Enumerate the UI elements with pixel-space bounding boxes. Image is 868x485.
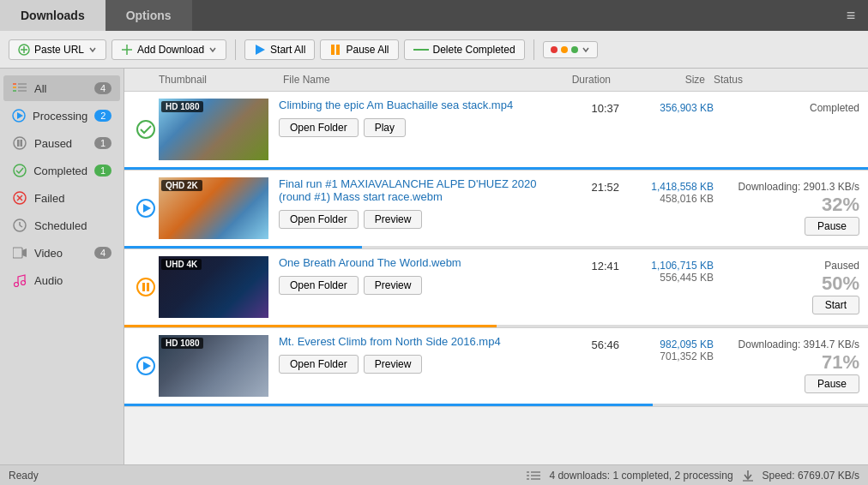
item-actions-4: Open Folder Preview <box>279 355 542 374</box>
add-icon <box>121 44 133 56</box>
add-download-button[interactable]: Add Download <box>112 39 226 60</box>
list-icon <box>12 81 27 96</box>
header-size: Size <box>611 74 705 86</box>
sidebar-item-paused[interactable]: Paused 1 <box>3 130 120 156</box>
sidebar-scheduled-label: Scheduled <box>34 219 112 232</box>
sidebar-failed-label: Failed <box>34 192 112 205</box>
svg-point-34 <box>137 278 154 296</box>
tab-options[interactable]: Options <box>105 0 192 31</box>
sidebar-paused-label: Paused <box>34 137 87 150</box>
svg-rect-36 <box>147 283 149 291</box>
status-downloads-info: 4 downloads: 1 completed, 2 processing <box>549 470 732 482</box>
preview-btn-2[interactable]: Preview <box>364 210 423 229</box>
item-content-1: Climbing the epic Am Buachaille sea stac… <box>270 99 551 160</box>
music-icon <box>12 272 27 288</box>
item-status-text-3: Paused <box>824 260 859 272</box>
download-item-2: QHD 2K Final run #1 MAXIAVALANCHE ALPE D… <box>124 171 868 249</box>
sidebar-item-processing[interactable]: Processing 2 <box>3 103 120 129</box>
paste-url-label: Paste URL <box>34 44 84 56</box>
item-status-text-4: Downloading: 3914.7 KB/s <box>738 338 859 350</box>
progress-bar-1 <box>124 167 868 170</box>
item-progress-percent-3: 50% <box>822 272 859 295</box>
clock-icon <box>12 218 27 233</box>
pause-icon <box>329 44 341 56</box>
downloads-area: Thumbnail File Name Duration Size Status… <box>124 69 868 464</box>
quality-badge-4: HD 1080 <box>161 338 203 349</box>
tab-downloads[interactable]: Downloads <box>0 0 105 31</box>
open-folder-btn-1[interactable]: Open Folder <box>279 118 359 137</box>
item-filename-4[interactable]: Mt. Everest Climb from North Side 2016.m… <box>279 335 542 348</box>
svg-marker-5 <box>256 45 265 55</box>
item-status-area-3: Paused 50% Start <box>714 256 859 318</box>
separator-1 <box>235 39 236 60</box>
pause-all-label: Pause All <box>346 44 389 56</box>
svg-point-29 <box>15 283 19 287</box>
item-status-icon-3 <box>133 256 159 318</box>
more-options-button[interactable] <box>543 41 598 58</box>
svg-point-31 <box>137 121 154 138</box>
sidebar-item-failed[interactable]: Failed <box>3 185 120 211</box>
delete-completed-button[interactable]: Delete Completed <box>404 39 525 60</box>
sidebar-processing-label: Processing <box>33 110 87 123</box>
list-icon-status <box>527 470 540 481</box>
svg-marker-33 <box>143 204 151 213</box>
item-thumbnail-3: UHD 4K <box>159 256 270 318</box>
svg-rect-18 <box>17 140 20 147</box>
chevron-down-icon3 <box>582 45 590 54</box>
svg-line-26 <box>20 225 22 227</box>
pause-all-button[interactable]: Pause All <box>320 39 398 60</box>
svg-rect-27 <box>13 248 22 258</box>
separator-2 <box>533 39 534 60</box>
sidebar-audio-label: Audio <box>34 274 112 287</box>
header-status: Status <box>705 74 859 86</box>
download-item-4: HD 1080 Mt. Everest Climb from North Sid… <box>124 328 868 407</box>
item-size-total-1: 356,903 KB <box>619 102 714 114</box>
svg-rect-7 <box>336 45 340 55</box>
open-folder-btn-4[interactable]: Open Folder <box>279 355 359 374</box>
toolbar: Paste URL Add Download Start All Pause A… <box>0 31 868 69</box>
sidebar-all-badge: 4 <box>94 82 112 94</box>
progress-bar-container-3 <box>124 325 868 327</box>
sidebar-item-video[interactable]: Video 4 <box>3 240 120 266</box>
dot-red <box>551 46 558 53</box>
open-folder-btn-2[interactable]: Open Folder <box>279 210 359 229</box>
check-circle-icon <box>12 163 27 178</box>
header-duration: Duration <box>542 74 611 86</box>
item-filename-2[interactable]: Final run #1 MAXIAVALANCHE ALPE D'HUEZ 2… <box>279 177 542 203</box>
chevron-down-icon2 <box>208 45 217 54</box>
pause-btn-2[interactable]: Pause <box>805 217 859 236</box>
svg-point-17 <box>14 137 26 149</box>
sidebar: All 4 Processing 2 Paused 1 Completed 1 <box>0 69 124 464</box>
progress-bar-container-2 <box>124 246 868 248</box>
sidebar-item-completed[interactable]: Completed 1 <box>3 158 120 183</box>
item-duration-4: 56:46 <box>551 335 619 397</box>
title-bar: Downloads Options ≡ <box>0 0 868 31</box>
item-content-4: Mt. Everest Climb from North Side 2016.m… <box>270 335 551 397</box>
add-download-label: Add Download <box>137 44 204 56</box>
item-status-icon-4 <box>133 335 159 397</box>
status-speed: Speed: 6769.07 KB/s <box>763 470 859 482</box>
open-folder-btn-3[interactable]: Open Folder <box>279 276 359 295</box>
item-status-icon-2 <box>133 177 159 239</box>
sidebar-paused-badge: 1 <box>94 137 112 149</box>
item-filename-1[interactable]: Climbing the epic Am Buachaille sea stac… <box>279 99 542 111</box>
sidebar-item-audio[interactable]: Audio <box>3 267 120 293</box>
item-thumb-image-4: HD 1080 <box>159 335 268 397</box>
video-icon <box>12 245 27 260</box>
pause-btn-4[interactable]: Pause <box>805 374 859 393</box>
item-filename-3[interactable]: One Breath Around The World.webm <box>279 256 542 269</box>
menu-icon[interactable]: ≡ <box>834 0 868 31</box>
sidebar-item-all[interactable]: All 4 <box>3 75 120 101</box>
play-btn-1[interactable]: Play <box>364 118 406 137</box>
item-status-area-1: Completed <box>714 99 859 160</box>
sidebar-item-scheduled[interactable]: Scheduled <box>3 213 120 238</box>
start-all-button[interactable]: Start All <box>244 39 315 60</box>
preview-btn-3[interactable]: Preview <box>364 276 423 295</box>
play-circle-icon <box>12 108 26 123</box>
start-btn-3[interactable]: Start <box>812 296 859 314</box>
sidebar-all-label: All <box>34 82 87 95</box>
preview-btn-4[interactable]: Preview <box>364 355 423 374</box>
download-item-3: UHD 4K One Breath Around The World.webm … <box>124 249 868 328</box>
paste-url-button[interactable]: Paste URL <box>9 39 106 60</box>
svg-rect-35 <box>142 283 145 291</box>
